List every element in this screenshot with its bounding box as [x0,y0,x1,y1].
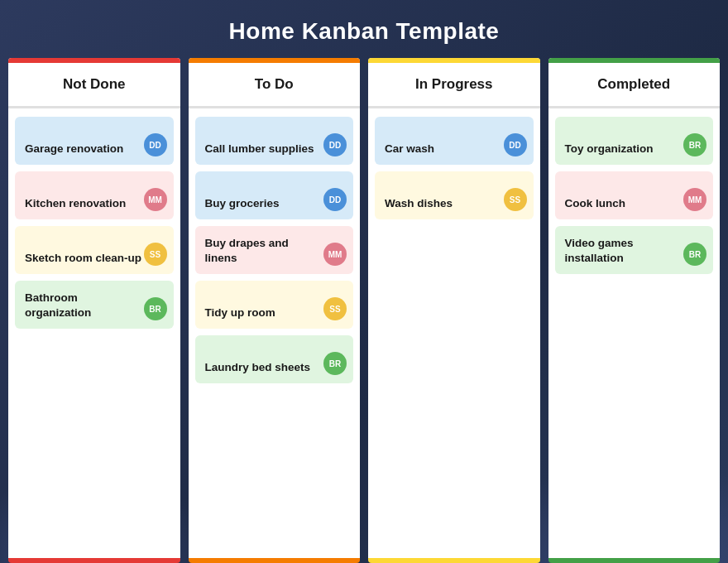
card[interactable]: Kitchen renovationMM [15,171,174,219]
column-header-not-done: Not Done [8,58,180,108]
card-avatar: SS [504,188,527,211]
card-avatar: MM [683,188,706,211]
column-body-in-progress: Car washDDWash dishesSS [368,108,540,558]
column-in-progress: In ProgressCar washDDWash dishesSS [368,58,540,563]
card[interactable]: Car washDD [375,117,534,165]
card-avatar: MM [323,243,347,266]
card[interactable]: Buy groceriesDD [195,171,354,219]
card-avatar: DD [504,133,527,156]
page-title: Home Kanban Template [229,18,500,45]
card-avatar: SS [323,297,347,320]
card-avatar: DD [144,133,167,156]
card-avatar: SS [144,243,167,266]
column-todo: To DoCall lumber suppliesDDBuy groceries… [189,58,361,563]
card[interactable]: Bathroom organizationBR [15,281,174,329]
column-header-todo: To Do [189,58,361,108]
card-avatar: BR [683,133,706,156]
card[interactable]: Call lumber suppliesDD [195,117,354,165]
card[interactable]: Buy drapes and linensMM [195,226,354,274]
card-avatar: BR [144,297,167,320]
column-body-completed: Toy organizationBRCook lunchMMVideo game… [548,108,721,558]
card[interactable]: Wash dishesSS [375,171,534,219]
column-header-completed: Completed [548,58,721,108]
card-avatar: DD [323,133,347,156]
card[interactable]: Laundry bed sheetsBR [195,335,354,383]
kanban-board: Not DoneGarage renovationDDKitchen renov… [8,58,720,563]
column-header-in-progress: In Progress [368,58,540,108]
card-avatar: MM [144,188,167,211]
card[interactable]: Toy organizationBR [555,117,714,165]
card[interactable]: Cook lunchMM [555,171,714,219]
column-body-not-done: Garage renovationDDKitchen renovationMMS… [8,108,180,558]
card[interactable]: Tidy up roomSS [195,281,354,329]
column-completed: CompletedToy organizationBRCook lunchMMV… [548,58,721,563]
card-avatar: DD [323,188,347,211]
card[interactable]: Garage renovationDD [15,117,174,165]
card[interactable]: Sketch room clean-upSS [15,226,174,274]
column-body-todo: Call lumber suppliesDDBuy groceriesDDBuy… [189,108,361,558]
column-not-done: Not DoneGarage renovationDDKitchen renov… [8,58,180,563]
card-avatar: BR [683,243,706,266]
card-avatar: BR [323,352,347,375]
card[interactable]: Video games installationBR [555,226,714,274]
